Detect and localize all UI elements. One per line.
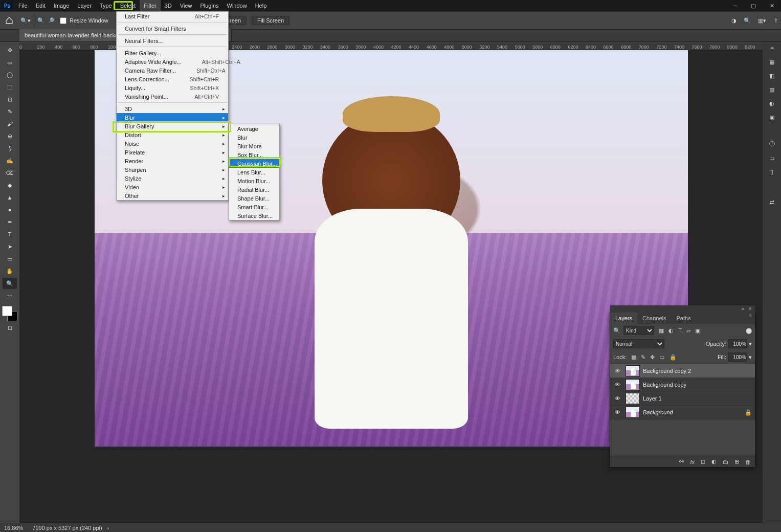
menu-file[interactable]: File: [14, 0, 32, 11]
menu-filter[interactable]: Filter: [140, 0, 160, 11]
panel-collapse-icon[interactable]: «: [741, 305, 744, 313]
layer-item[interactable]: 👁Background copy 2: [610, 364, 755, 378]
visibility-eye-icon[interactable]: 👁: [612, 395, 622, 402]
opacity-chevron-icon[interactable]: ▾: [749, 341, 752, 347]
fill-chevron-icon[interactable]: ▾: [749, 354, 752, 361]
tab-layers[interactable]: Layers: [610, 313, 637, 324]
search-icon[interactable]: 🔍: [744, 17, 751, 24]
share-icon[interactable]: ⇪: [773, 17, 778, 24]
menu-blur-surface-blur[interactable]: Surface Blur...: [229, 211, 279, 220]
tool-marquee[interactable]: ▭: [3, 57, 17, 68]
layer-name[interactable]: Background: [643, 409, 745, 415]
layer-mask-icon[interactable]: ◻: [701, 458, 705, 465]
tool-crop[interactable]: ⊡: [3, 94, 17, 105]
color-panel-icon[interactable]: ✳: [770, 45, 774, 52]
menu-blur-radial-blur[interactable]: Radial Blur...: [229, 185, 279, 194]
group-layers-icon[interactable]: 🗀: [723, 459, 728, 465]
swatches-panel-icon[interactable]: ▦: [769, 59, 774, 65]
lock-transparency-icon[interactable]: ▩: [631, 354, 636, 360]
panel-close-icon[interactable]: ×: [749, 305, 752, 313]
menu-layer[interactable]: Layer: [73, 0, 96, 11]
window-restore-icon[interactable]: ▢: [744, 0, 763, 11]
layer-name[interactable]: Background copy 2: [643, 368, 753, 374]
layer-thumbnail[interactable]: [626, 393, 640, 404]
fill-screen-button[interactable]: Fill Screen: [252, 16, 289, 25]
layer-filter-kind[interactable]: Kind: [623, 326, 654, 335]
layer-item[interactable]: 👁Layer 1: [610, 392, 755, 406]
menu-edit[interactable]: Edit: [32, 0, 50, 11]
menu-filter-3d[interactable]: 3D▸: [117, 104, 228, 113]
tool-path-select[interactable]: ➤: [3, 241, 17, 252]
menu-neural-filters[interactable]: Neural Filters...: [117, 36, 228, 45]
tool-lasso[interactable]: ◯: [3, 69, 17, 80]
fg-swatch-icon[interactable]: [2, 306, 12, 316]
tool-type[interactable]: T: [3, 229, 17, 240]
adjustments-panel-icon[interactable]: ◐: [769, 100, 774, 107]
panel-menu-icon[interactable]: ≡: [749, 313, 755, 324]
tool-zoom[interactable]: 🔍: [3, 278, 17, 289]
lock-artboard-icon[interactable]: ▭: [659, 354, 664, 360]
visibility-eye-icon[interactable]: 👁: [612, 368, 622, 374]
home-icon[interactable]: [3, 14, 15, 27]
status-dims[interactable]: 7990 px x 5327 px (240 ppi): [32, 525, 102, 531]
link-layers-icon[interactable]: ⚯: [679, 458, 684, 465]
resize-window-checkbox[interactable]: Resize Window: [60, 17, 108, 24]
zoom-in-icon[interactable]: 🔍: [37, 17, 44, 24]
filter-menu[interactable]: Last FilterAlt+Ctrl+F Convert for Smart …: [116, 11, 229, 201]
menu-help[interactable]: Help: [251, 0, 271, 11]
menu-lens-correction[interactable]: Lens Correction...Shift+Ctrl+R: [117, 75, 228, 83]
window-minimize-icon[interactable]: ─: [726, 0, 744, 11]
menu-filter-blur-gallery[interactable]: Blur Gallery▸: [117, 122, 228, 130]
tool-eyedropper[interactable]: ✎: [3, 106, 17, 117]
filter-toggle-icon[interactable]: ⬤: [746, 327, 752, 334]
tool-blur[interactable]: ▲: [3, 192, 17, 203]
tab-paths[interactable]: Paths: [672, 313, 696, 324]
lock-all-icon[interactable]: 🔒: [670, 354, 677, 360]
tool-pencil[interactable]: ✍: [3, 155, 17, 166]
blur-submenu[interactable]: AverageBlurBlur MoreBox Blur...Gaussian …: [229, 124, 280, 220]
zoom-out-icon[interactable]: 🔎: [48, 17, 55, 24]
tool-pen[interactable]: ✒: [3, 216, 17, 228]
layer-fx-icon[interactable]: fx: [690, 459, 695, 465]
tool-shape[interactable]: ▭: [3, 253, 17, 264]
gradients-panel-icon[interactable]: ◧: [769, 73, 774, 79]
menu-image[interactable]: Image: [50, 0, 74, 11]
layers-panel[interactable]: « × Layers Channels Paths ≡ 🔍 Kind ▦ ◐ T…: [610, 312, 755, 468]
layer-name[interactable]: Background copy: [643, 382, 753, 388]
layer-thumbnail[interactable]: [626, 365, 640, 376]
info-panel-icon[interactable]: ⓘ: [769, 140, 775, 148]
tool-quick-select[interactable]: ⬚: [3, 81, 17, 93]
menu-filter-video[interactable]: Video▸: [117, 183, 228, 191]
cloud-account-icon[interactable]: ◑: [731, 17, 737, 24]
menu-last-filter[interactable]: Last FilterAlt+Ctrl+F: [117, 12, 228, 20]
layer-thumbnail[interactable]: [626, 407, 640, 418]
tab-channels[interactable]: Channels: [637, 313, 671, 324]
menu-filter-blur[interactable]: Blur▸: [117, 113, 228, 122]
tool-eraser[interactable]: ⌫: [3, 167, 17, 179]
properties-panel-icon[interactable]: ▭: [769, 155, 774, 162]
blend-mode-select[interactable]: Normal: [613, 339, 664, 348]
libraries-panel-icon[interactable]: ▣: [769, 114, 774, 121]
menu-filter-distort[interactable]: Distort▸: [117, 130, 228, 139]
menu-vanishing-point[interactable]: Vanishing Point...Alt+Ctrl+V: [117, 92, 228, 101]
menu-blur-box-blur[interactable]: Box Blur...: [229, 150, 279, 159]
status-chevron-icon[interactable]: ›: [107, 525, 109, 531]
opacity-input[interactable]: [728, 339, 747, 348]
lock-paint-icon[interactable]: ✎: [641, 354, 645, 360]
menu-blur-shape-blur[interactable]: Shape Blur...: [229, 194, 279, 203]
tool-clone[interactable]: ⊕: [3, 130, 17, 142]
history-panel-icon[interactable]: ⇄: [770, 199, 774, 206]
quick-mask-icon[interactable]: ◻: [3, 322, 17, 333]
layer-item[interactable]: 👁Background copy: [610, 378, 755, 392]
tool-gradient[interactable]: ◆: [3, 180, 17, 191]
tool-history-brush[interactable]: ⟆: [3, 143, 17, 154]
menu-camera-raw-filter[interactable]: Camera Raw Filter...Shift+Ctrl+A: [117, 66, 228, 75]
tool-hand[interactable]: ✋: [3, 265, 17, 277]
filter-smart-icon[interactable]: ▣: [695, 327, 700, 334]
menu-view[interactable]: View: [176, 0, 196, 11]
filter-pixel-icon[interactable]: ▦: [659, 327, 664, 334]
menu-blur-blur-more[interactable]: Blur More: [229, 142, 279, 150]
menu-filter-stylize[interactable]: Stylize▸: [117, 174, 228, 183]
menu-liquify[interactable]: Liquify...Shift+Ctrl+X: [117, 83, 228, 92]
menu-plugins[interactable]: Plugins: [196, 0, 222, 11]
